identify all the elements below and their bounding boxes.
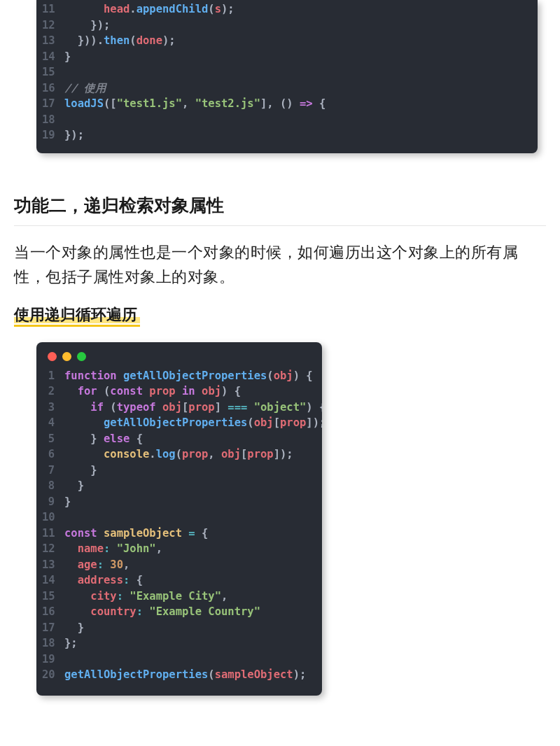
code-line: 13 age: 30,: [42, 557, 311, 573]
code-content-2: 1function getAllObjectProperties(obj) {2…: [36, 364, 322, 696]
code-line: 12 name: "John",: [42, 541, 311, 557]
line-code: country: "Example Country": [64, 604, 260, 620]
line-code: }: [64, 463, 97, 479]
line-number: 9: [42, 494, 64, 510]
line-number: 6: [42, 446, 64, 463]
line-number: 15: [42, 589, 64, 605]
line-code: function getAllObjectProperties(obj) {: [64, 368, 313, 384]
code-line: 6 console.log(prop, obj[prop]);: [42, 446, 311, 463]
code-line: 19});: [42, 127, 526, 143]
subheading-wrap: 使用递归循环遍历: [14, 304, 546, 325]
line-number: 12: [42, 541, 64, 557]
line-code: [64, 652, 71, 668]
line-code: });: [64, 17, 110, 34]
line-code: });: [64, 127, 84, 143]
section-heading-2: 功能二，递归检索对象属性: [14, 194, 546, 226]
line-code: } else {: [64, 431, 143, 447]
line-code: const sampleObject = {: [64, 526, 208, 542]
line-code: }: [64, 494, 71, 510]
code-line: 11const sampleObject = {: [42, 526, 311, 542]
line-code: }: [64, 620, 84, 636]
line-code: }: [64, 49, 71, 65]
line-code: console.log(prop, obj[prop]);: [64, 446, 293, 463]
code-line: 5 } else {: [42, 431, 311, 447]
line-code: };: [64, 635, 78, 652]
line-number: 10: [42, 509, 64, 526]
code-line: 18: [42, 112, 526, 128]
line-code: [64, 112, 71, 128]
line-code: [64, 64, 71, 80]
code-line: 12 });: [42, 17, 526, 34]
line-code: }: [64, 478, 84, 494]
line-number: 3: [42, 400, 64, 416]
section-paragraph-2: 当一个对象的属性也是一个对象的时候，如何遍历出这个对象上的所有属性，包括子属性对…: [14, 240, 546, 289]
code-line: 16// 使用: [42, 80, 526, 97]
line-number: 7: [42, 463, 64, 479]
line-number: 1: [42, 368, 64, 384]
code-line: 4 getAllObjectProperties(obj[prop]);: [42, 415, 311, 431]
code-line: 14 address: {: [42, 572, 311, 589]
code-line: 19: [42, 652, 311, 668]
line-code: name: "John",: [64, 541, 162, 557]
code-line: 11 head.appendChild(s);: [42, 1, 526, 17]
line-code: city: "Example City",: [64, 589, 227, 605]
line-code: for (const prop in obj) {: [64, 383, 241, 400]
line-number: 12: [42, 17, 64, 34]
subheading-highlight: 使用递归循环遍历: [14, 306, 140, 327]
line-number: 19: [42, 652, 64, 668]
code-line: 20getAllObjectProperties(sampleObject);: [42, 667, 311, 683]
line-number: 11: [42, 526, 64, 542]
line-number: 13: [42, 557, 64, 573]
code-line: 15 city: "Example City",: [42, 589, 311, 605]
minimize-icon: [62, 352, 71, 361]
window-controls: [36, 342, 322, 364]
maximize-icon: [77, 352, 86, 361]
line-code: head.appendChild(s);: [64, 1, 234, 17]
line-number: 11: [42, 1, 64, 17]
line-code: if (typeof obj[prop] === "object") {: [64, 400, 322, 416]
line-number: 8: [42, 478, 64, 494]
code-block-2: 1function getAllObjectProperties(obj) {2…: [36, 342, 322, 696]
code-block-1: 11 head.appendChild(s);12 });13 })).then…: [36, 0, 538, 153]
line-number: 17: [42, 620, 64, 636]
code-content-1: 11 head.appendChild(s);12 });13 })).then…: [36, 0, 538, 153]
line-code: // 使用: [64, 80, 106, 97]
line-code: getAllObjectProperties(obj[prop]);: [64, 415, 322, 431]
line-number: 14: [42, 572, 64, 589]
line-number: 5: [42, 431, 64, 447]
line-number: 13: [42, 33, 64, 49]
code-line: 3 if (typeof obj[prop] === "object") {: [42, 400, 311, 416]
line-number: 17: [42, 96, 64, 112]
line-code: address: {: [64, 572, 143, 589]
code-line: 13 })).then(done);: [42, 33, 526, 49]
code-line: 10: [42, 509, 311, 526]
code-line: 18};: [42, 635, 311, 652]
line-code: getAllObjectProperties(sampleObject);: [64, 667, 306, 683]
line-code: [64, 509, 71, 526]
line-code: age: 30,: [64, 557, 130, 573]
line-number: 2: [42, 383, 64, 400]
line-number: 16: [42, 80, 64, 97]
code-line: 14}: [42, 49, 526, 65]
line-number: 15: [42, 64, 64, 80]
code-line: 2 for (const prop in obj) {: [42, 383, 311, 400]
line-number: 19: [42, 127, 64, 143]
line-number: 18: [42, 635, 64, 652]
line-number: 20: [42, 667, 64, 683]
code-line: 17 }: [42, 620, 311, 636]
code-line: 16 country: "Example Country": [42, 604, 311, 620]
line-code: })).then(done);: [64, 33, 176, 49]
line-number: 18: [42, 112, 64, 128]
line-number: 4: [42, 415, 64, 431]
code-line: 9}: [42, 494, 311, 510]
code-line: 7 }: [42, 463, 311, 479]
code-line: 8 }: [42, 478, 311, 494]
code-line: 1function getAllObjectProperties(obj) {: [42, 368, 311, 384]
line-number: 14: [42, 49, 64, 65]
code-line: 15: [42, 64, 526, 80]
code-line: 17loadJS(["test1.js", "test2.js"], () =>…: [42, 96, 526, 112]
line-number: 16: [42, 604, 64, 620]
close-icon: [48, 352, 57, 361]
line-code: loadJS(["test1.js", "test2.js"], () => {: [64, 96, 326, 112]
